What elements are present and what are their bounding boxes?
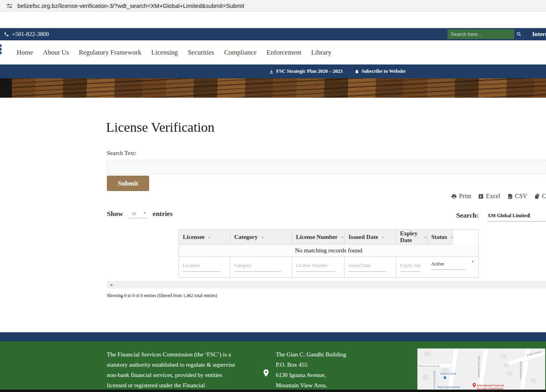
chevron-down-icon: ▼ <box>143 211 146 215</box>
site-logo-fragment[interactable] <box>0 44 3 61</box>
sub-navbar: FSC Strategic Plan 2020 – 2023 Subscribe… <box>0 64 546 78</box>
column-filter-input[interactable] <box>349 260 387 272</box>
strategic-plan-link[interactable]: FSC Strategic Plan 2020 – 2023 <box>269 68 343 74</box>
url-text[interactable]: belizefsc.org.bz/license-verification-3/… <box>17 3 244 9</box>
map-building <box>506 371 512 376</box>
column-filter-input[interactable] <box>400 260 421 272</box>
table-summary: Showing 0 to 0 of 0 entries (filtered fr… <box>107 293 217 298</box>
footer-about-text: The Financial Services Commission (the ‘… <box>107 349 240 390</box>
search-text-input[interactable] <box>107 160 546 174</box>
status-filter-select[interactable]: Active ▼ <box>431 260 474 272</box>
nav-item[interactable]: Compliance <box>224 49 256 57</box>
column-label: Expiry Date <box>400 230 421 244</box>
csv-button[interactable]: csv CSV <box>507 193 527 200</box>
address-line: The Gian C. Gandhi Building <box>276 349 346 360</box>
copy-label: Copy <box>542 193 546 200</box>
column-filter-input[interactable] <box>296 260 335 272</box>
map-building <box>503 362 509 367</box>
submit-button[interactable]: Submit <box>107 176 149 191</box>
nav-item[interactable]: Licensing <box>151 49 178 57</box>
print-label: Print <box>459 193 471 200</box>
table-column-header[interactable]: Status ▲ <box>427 230 453 244</box>
horizontal-scrollbar[interactable]: ◀ <box>107 281 546 288</box>
browser-address-bar[interactable]: belizefsc.org.bz/license-verification-3/… <box>0 0 546 12</box>
table-search-input[interactable]: XM Global Limited <box>487 211 546 222</box>
map-street-label: Mariposa Avenue <box>418 365 440 367</box>
nav-list: HomeAbout UsRegulatory FrameworkLicensin… <box>17 40 331 64</box>
nav-item[interactable]: About Us <box>43 49 69 57</box>
address-line: Mountain View Area, <box>276 380 346 390</box>
export-toolbar: Print Excel csv CSV Copy <box>451 193 546 200</box>
table-column-header[interactable]: Issued Date ▲ <box>345 230 396 244</box>
filter-cell <box>345 257 396 277</box>
print-button[interactable]: Print <box>451 193 471 200</box>
excel-label: Excel <box>486 193 500 200</box>
topbar: +501-822-3800 Intern <box>0 28 546 40</box>
table-header-row: Licensee ▲ Category ▲ License Number ▲ I… <box>179 230 478 244</box>
sort-asc-icon: ▲ <box>261 235 264 239</box>
phone-link[interactable]: +501-822-3800 <box>4 28 49 40</box>
map-building <box>500 354 507 359</box>
nav-item[interactable]: Home <box>17 49 33 57</box>
map-poi-label: International Financial Services Commiss… <box>477 384 505 390</box>
column-label: License Number <box>296 234 337 241</box>
csv-icon: csv <box>507 193 513 199</box>
sort-asc-icon: ▲ <box>450 235 453 239</box>
sort-asc-icon: ▲ <box>341 235 344 239</box>
footer-address: The Gian C. Gandhi BuildingP.O. Box 4556… <box>276 349 346 390</box>
page-length-control: Show 10 ▼ entries <box>107 209 173 218</box>
filter-cell <box>396 257 427 277</box>
location-pin-icon <box>263 369 269 377</box>
site-search-input[interactable] <box>447 29 514 39</box>
search-text-label: Search Text: <box>107 150 136 157</box>
phone-number: +501-822-3800 <box>12 31 49 38</box>
footer-map[interactable]: Mariposa Avenue Iguana Avenue Raccoon Av… <box>417 348 545 390</box>
table-search-label: Search: <box>456 211 479 220</box>
entries-per-page-select[interactable]: 10 ▼ <box>129 209 147 218</box>
map-building <box>423 375 429 380</box>
status-filter-value: Active <box>431 260 466 270</box>
phone-icon <box>4 32 9 37</box>
svg-text:csv: csv <box>508 196 511 198</box>
table-column-header[interactable]: Licensee ▲ <box>179 230 230 244</box>
table-column-header[interactable]: Expiry Date ▲ <box>396 230 427 244</box>
subscribe-label: Subscribe to Website <box>362 68 406 74</box>
show-label: Show <box>107 210 123 218</box>
text-caret <box>529 213 530 218</box>
sort-asc-icon: ▲ <box>381 235 385 239</box>
copy-icon <box>534 193 540 199</box>
excel-button[interactable]: Excel <box>478 193 500 200</box>
map-street-label: Iguana Avenue <box>433 371 436 389</box>
column-label: Issued Date <box>349 234 378 241</box>
map-poi-label: Daily Supermarket <box>437 386 460 388</box>
chevron-down-icon: ▼ <box>471 260 474 263</box>
nav-item[interactable]: Enforcement <box>267 49 301 57</box>
sort-asc-icon: ▲ <box>424 235 427 239</box>
empty-message-row: No matching records found <box>179 244 478 257</box>
filter-cell <box>179 257 230 277</box>
bottom-edge-strip <box>0 390 546 392</box>
site-search-button[interactable] <box>514 29 523 39</box>
column-filter-input[interactable] <box>183 260 221 272</box>
csv-label: CSV <box>515 193 527 200</box>
table-column-header[interactable]: License Number ▲ <box>292 230 345 244</box>
page: belizefsc.org.bz/license-verification-3/… <box>0 0 546 392</box>
column-filter-input[interactable] <box>234 260 281 272</box>
nav-item[interactable]: Securities <box>188 49 214 57</box>
site-settings-icon[interactable] <box>6 3 13 9</box>
nav-item[interactable]: Library <box>311 49 331 57</box>
wood-texture-image <box>12 78 546 98</box>
table-filter-row: Active ▼ <box>179 257 478 277</box>
subscribe-link[interactable]: Subscribe to Website <box>355 68 406 74</box>
footer-divider-band <box>0 332 546 341</box>
search-icon <box>516 32 521 37</box>
scroll-left-icon[interactable]: ◀ <box>107 283 112 287</box>
address-line: P.O. Box 455 <box>276 360 346 370</box>
license-table: Licensee ▲ Category ▲ License Number ▲ I… <box>178 229 479 278</box>
table-column-header[interactable]: Category ▲ <box>230 230 292 244</box>
printer-icon <box>451 193 457 199</box>
nav-item[interactable]: Regulatory Framework <box>79 49 141 57</box>
topbar-link-international[interactable]: Intern <box>532 28 546 40</box>
banner-left-block <box>0 78 12 98</box>
copy-button[interactable]: Copy <box>534 193 546 200</box>
